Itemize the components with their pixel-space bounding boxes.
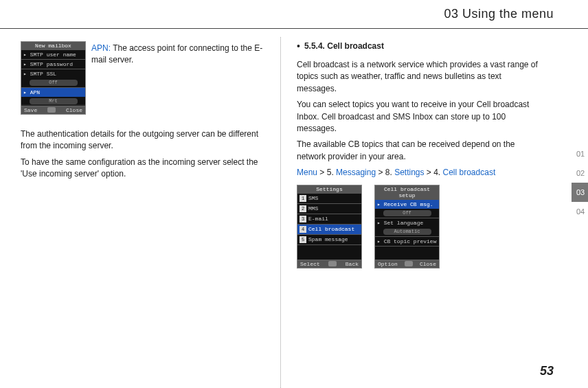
- bullet-icon: •: [297, 41, 300, 55]
- right-paragraph: The available CB topics that can be rece…: [297, 139, 540, 163]
- right-paragraph: You can select topics you want to receiv…: [297, 99, 540, 135]
- content-area: New mailbox ▸ SMTP user name ▸ SMTP pass…: [0, 29, 588, 275]
- chapter-tabs: 01 02 03 04: [572, 144, 588, 221]
- mini-slider: Mrt: [30, 98, 78, 104]
- tab-02[interactable]: 02: [572, 163, 588, 183]
- mini-row: ▸ SMTP password: [21, 59, 85, 69]
- breadcrumb-path: Menu > 5. Messaging > 8. Settings > 4. C…: [297, 167, 540, 179]
- screenshot-new-mailbox: New mailbox ▸ SMTP user name ▸ SMTP pass…: [21, 41, 86, 115]
- apn-label: APN:: [91, 43, 111, 53]
- left-paragraph: To have the same configuration as the in…: [21, 157, 267, 181]
- mini-title: New mailbox: [21, 42, 85, 49]
- page-header: 03 Using the menu: [0, 0, 588, 29]
- tab-01[interactable]: 01: [572, 144, 588, 163]
- tab-03[interactable]: 03: [572, 183, 588, 202]
- chapter-title: 03 Using the menu: [444, 7, 554, 21]
- tab-04[interactable]: 04: [572, 202, 588, 221]
- mini-row: ▸ SMTP user name: [21, 49, 85, 59]
- page-number: 53: [540, 364, 554, 378]
- right-column: • 5.5.4. Cell broadcast Cell broadcast i…: [280, 41, 540, 275]
- mini-row-selected: ▸ APN: [21, 87, 85, 97]
- left-column: New mailbox ▸ SMTP user name ▸ SMTP pass…: [21, 41, 280, 275]
- apn-text: APN: The access point for connecting to …: [91, 41, 267, 67]
- mini-footer: SaveClose: [21, 106, 85, 114]
- section-heading: • 5.5.4. Cell broadcast: [297, 41, 540, 55]
- apn-block: New mailbox ▸ SMTP user name ▸ SMTP pass…: [21, 41, 267, 122]
- mini-slider: Off: [30, 80, 78, 86]
- mini-row: ▸ SMTP SSL: [21, 69, 85, 78]
- left-paragraph: The authentication details for the outgo…: [21, 128, 267, 152]
- screenshot-settings: Settings 1SMS 2MMS 3E-mail 4Cell broadca…: [297, 185, 362, 269]
- screenshot-row: Settings 1SMS 2MMS 3E-mail 4Cell broadca…: [297, 185, 540, 275]
- screenshot-cb-setup: Cell broadcast setup ▸ Receive CB msg. O…: [374, 185, 440, 269]
- section-title: 5.5.4. Cell broadcast: [304, 41, 384, 51]
- right-paragraph: Cell broadcast is a network service whic…: [297, 59, 540, 95]
